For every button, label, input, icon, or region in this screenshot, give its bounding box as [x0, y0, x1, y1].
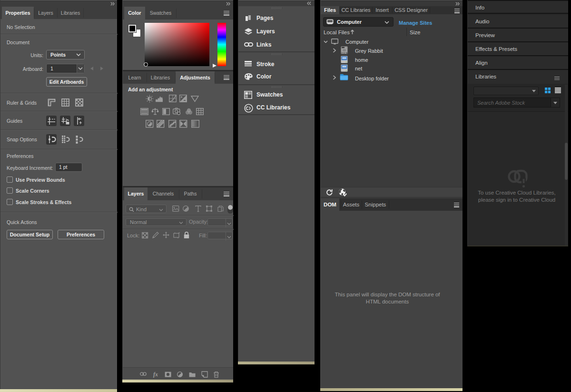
svg-text:fx: fx: [153, 371, 158, 378]
